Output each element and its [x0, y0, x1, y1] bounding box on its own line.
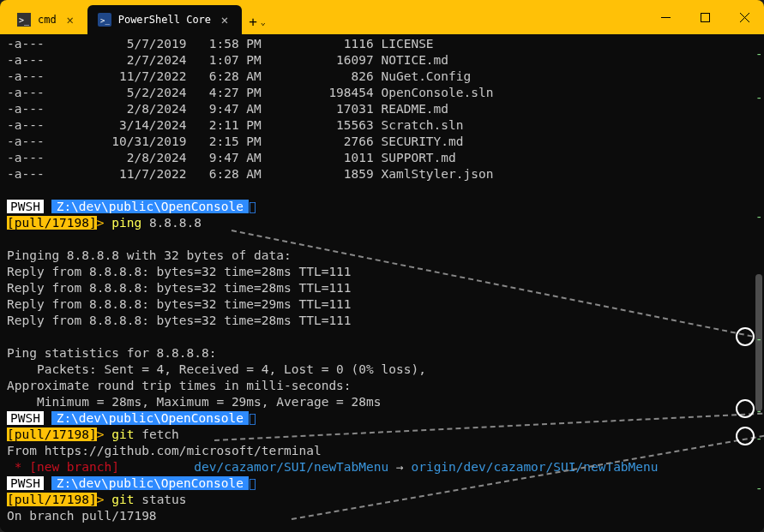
mark-dot: - [755, 91, 761, 105]
mark-dot: - [755, 47, 761, 61]
mark-dot: - [755, 404, 761, 418]
pwsh-icon: >_ [98, 13, 111, 27]
command: ping [111, 216, 141, 230]
svg-text:>_: >_ [100, 16, 110, 25]
close-button[interactable] [725, 0, 764, 34]
tab-cmd[interactable]: >_ cmd ✕ [7, 5, 87, 34]
maximize-button[interactable] [685, 0, 725, 34]
close-icon[interactable]: ✕ [63, 13, 77, 27]
close-icon[interactable]: ✕ [218, 13, 232, 27]
annotation-circle [736, 327, 755, 346]
annotation-circle [736, 399, 755, 418]
file-row: -a--- 11/7/2022 6:28 AM 1859 XamlStyler.… [7, 166, 757, 182]
output-line: Reply from 8.8.8.8: bytes=32 time=28ms T… [7, 264, 757, 280]
window-controls [646, 0, 764, 34]
tab-label: cmd [38, 14, 57, 26]
prompt: PWSH Z:\dev\public\OpenConsole [7, 476, 256, 490]
mark-dot: - [755, 481, 761, 495]
output-line: On branch pull/17198 [7, 508, 757, 524]
file-row: -a--- 2/7/2024 1:07 PM 16097 NOTICE.md [7, 52, 757, 69]
output-line: * [new branch] dev/cazamor/SUI/newTabMen… [7, 459, 757, 475]
prompt: PWSH Z:\dev\public\OpenConsole [7, 411, 256, 425]
file-row: -a--- 5/7/2019 1:58 PM 1116 LICENSE [7, 36, 757, 52]
new-tab-button[interactable]: +⌄ [242, 5, 273, 34]
chevron-down-icon: ⌄ [261, 17, 266, 27]
output-line: Packets: Sent = 4, Received = 4, Lost = … [7, 362, 757, 378]
command: git [111, 427, 134, 441]
titlebar: >_ cmd ✕ >_ PowerShell Core ✕ +⌄ [0, 0, 764, 34]
plus-icon: + [249, 14, 257, 30]
file-row: -a--- 10/31/2019 2:15 PM 2766 SECURITY.m… [7, 134, 757, 150]
terminal-pane[interactable]: -a--- 5/7/2019 1:58 PM 1116 LICENSE-a---… [0, 34, 764, 532]
cmd-icon: >_ [17, 13, 31, 27]
branch-badge: [pull/17198] [7, 216, 97, 230]
prompt: PWSH Z:\dev\public\OpenConsole [7, 200, 256, 213]
tab-label: PowerShell Core [118, 14, 211, 26]
output-line: Ping statistics for 8.8.8.8: [7, 345, 757, 362]
annotation-circle [736, 427, 755, 445]
output-line: Approximate round trip times in milli-se… [7, 378, 757, 394]
file-row: -a--- 3/14/2024 2:11 PM 15563 Scratch.sl… [7, 117, 757, 134]
svg-text:>_: >_ [19, 15, 30, 26]
mark-dot: - [755, 210, 761, 224]
command: git [111, 493, 134, 506]
output-line: Reply from 8.8.8.8: bytes=32 time=28ms T… [7, 280, 757, 296]
tab-powershell-core[interactable]: >_ PowerShell Core ✕ [87, 5, 242, 34]
output-line: Reply from 8.8.8.8: bytes=32 time=29ms T… [7, 296, 757, 313]
mark-dot: - [755, 432, 761, 445]
mark-dot: - [755, 332, 761, 346]
minimize-button[interactable] [646, 0, 685, 34]
file-row: -a--- 5/2/2024 4:27 PM 198454 OpenConsol… [7, 85, 757, 101]
output-line: Minimum = 28ms, Maximum = 29ms, Average … [7, 394, 757, 410]
branch-badge: [pull/17198] [7, 427, 97, 441]
file-row: -a--- 2/8/2024 9:47 AM 1011 SUPPORT.md [7, 150, 757, 166]
svg-rect-5 [701, 13, 709, 21]
branch-badge: [pull/17198] [7, 493, 97, 506]
scrollbar[interactable] [754, 34, 764, 532]
tab-strip: >_ cmd ✕ >_ PowerShell Core ✕ +⌄ [0, 0, 273, 34]
file-row: -a--- 11/7/2022 6:28 AM 826 NuGet.Config [7, 69, 757, 85]
file-row: -a--- 2/8/2024 9:47 AM 17031 README.md [7, 101, 757, 117]
